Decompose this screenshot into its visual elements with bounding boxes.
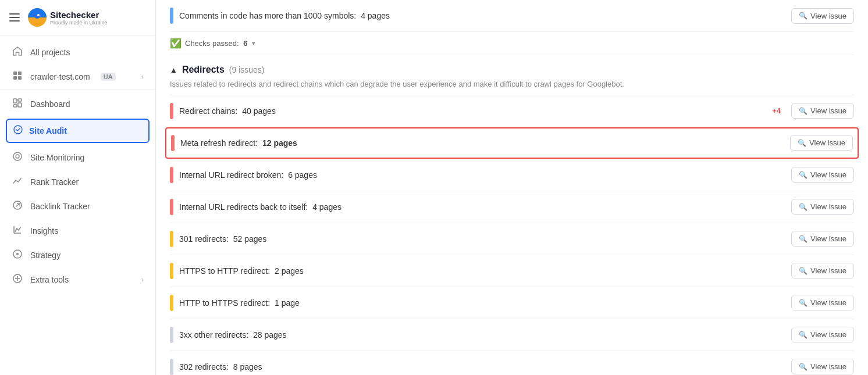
issue-text-internal-itself: Internal URL redirects back to itself: 4… <box>179 202 785 212</box>
chevron-right-icon: › <box>141 73 144 81</box>
redirects-section-header: ▲ Redirects (9 issues) <box>170 55 854 78</box>
hamburger-menu-icon[interactable] <box>9 13 20 22</box>
view-issue-button-redirect-chains[interactable]: 🔍 View issue <box>791 103 854 119</box>
section-collapse-icon[interactable]: ▲ <box>170 66 177 74</box>
svg-rect-3 <box>13 72 17 75</box>
section-title-redirects: Redirects <box>182 65 225 75</box>
logo: Sitechecker Proudly made in Ukraine <box>28 8 108 27</box>
main-content: Comments in code has more than 1000 symb… <box>156 0 868 375</box>
caret-down-icon: ▾ <box>252 40 255 47</box>
svg-rect-10 <box>13 105 17 107</box>
sidebar-item-label: Site Audit <box>29 126 67 135</box>
view-issue-button-302[interactable]: 🔍 View issue <box>791 359 854 374</box>
sidebar-item-strategy[interactable]: Strategy <box>0 243 155 267</box>
sidebar-item-site-audit[interactable]: Site Audit <box>6 119 150 143</box>
view-issue-button-https-http[interactable]: 🔍 View issue <box>791 263 854 278</box>
issue-text-redirect-chains: Redirect chains: 40 pages <box>179 106 766 116</box>
view-issue-button-internal-broken[interactable]: 🔍 View issue <box>791 167 854 183</box>
section-issues-count: (9 issues) <box>229 65 265 74</box>
sidebar-item-label: Backlink Tracker <box>30 202 90 211</box>
monitoring-icon <box>12 151 23 164</box>
logo-icon <box>28 8 47 27</box>
issue-row-3xx: 3xx other redirects: 28 pages 🔍 View iss… <box>170 319 854 351</box>
issue-text-302: 302 redirects: 8 pages <box>179 362 785 372</box>
issue-row-meta-refresh-highlighted: Meta refresh redirect: 12 pages 🔍 View i… <box>165 127 859 159</box>
svg-rect-9 <box>18 103 22 107</box>
checks-passed-top[interactable]: ✅ Checks passed: 6 ▾ <box>170 32 854 55</box>
indicator-gray <box>170 327 173 343</box>
search-icon: 🔍 <box>799 299 807 307</box>
sidebar-item-dashboard[interactable]: Dashboard <box>0 92 155 116</box>
sidebar: Sitechecker Proudly made in Ukraine All … <box>0 0 156 375</box>
indicator-yellow <box>170 263 173 279</box>
search-icon: 🔍 <box>799 12 807 20</box>
sidebar-item-crawler-test[interactable]: crawler-test.com UA › <box>0 65 155 90</box>
view-issue-button-meta-refresh[interactable]: 🔍 View issue <box>790 135 853 151</box>
logo-subtitle: Proudly made in Ukraine <box>50 20 108 26</box>
site-audit-icon <box>13 124 23 137</box>
extra-tools-icon <box>12 273 23 286</box>
sidebar-item-insights[interactable]: Insights <box>0 219 155 243</box>
issue-row-redirect-chains: Redirect chains: 40 pages +4 🔍 View issu… <box>170 95 854 127</box>
insights-icon <box>12 224 23 237</box>
issue-row-internal-url-itself: Internal URL redirects back to itself: 4… <box>170 191 854 223</box>
sidebar-item-all-projects[interactable]: All projects <box>0 40 155 65</box>
indicator-red <box>170 167 173 183</box>
redirects-description: Issues related to redirects and redirect… <box>170 78 854 95</box>
svg-rect-8 <box>18 99 22 101</box>
issue-extra-badge: +4 <box>772 106 781 115</box>
view-issue-button-http-https[interactable]: 🔍 View issue <box>791 295 854 310</box>
issue-text-meta-refresh: Meta refresh redirect: 12 pages <box>180 138 784 148</box>
dashboard-icon <box>12 98 23 110</box>
issue-text-301: 301 redirects: 52 pages <box>179 234 785 244</box>
view-issue-button-3xx[interactable]: 🔍 View issue <box>791 327 854 342</box>
sidebar-item-rank-tracker[interactable]: Rank Tracker <box>0 170 155 194</box>
search-icon: 🔍 <box>799 267 807 275</box>
svg-rect-6 <box>18 76 22 80</box>
sidebar-item-label: Rank Tracker <box>30 177 79 187</box>
ua-badge: UA <box>101 73 116 81</box>
sidebar-header: Sitechecker Proudly made in Ukraine <box>0 0 155 35</box>
indicator-gray <box>170 359 173 375</box>
search-icon: 🔍 <box>799 331 807 339</box>
indicator-red <box>171 135 175 151</box>
indicator-blue <box>170 8 173 24</box>
view-issue-button-comments[interactable]: 🔍 View issue <box>791 8 854 24</box>
svg-rect-4 <box>18 72 22 75</box>
sidebar-item-label: Site Monitoring <box>30 153 84 162</box>
issue-row-https-http: HTTPS to HTTP redirect: 2 pages 🔍 View i… <box>170 255 854 287</box>
grid-icon <box>12 70 23 83</box>
logo-title: Sitechecker <box>50 10 108 20</box>
content-wrapper: Comments in code has more than 1000 symb… <box>156 0 868 375</box>
issue-row-301: 301 redirects: 52 pages 🔍 View issue <box>170 223 854 255</box>
sidebar-item-label: crawler-test.com <box>30 72 90 81</box>
home-icon <box>12 46 23 59</box>
sidebar-item-label: Insights <box>30 226 58 235</box>
search-icon: 🔍 <box>799 171 807 179</box>
sidebar-item-backlink-tracker[interactable]: Backlink Tracker <box>0 194 155 219</box>
view-issue-button-301[interactable]: 🔍 View issue <box>791 231 854 247</box>
indicator-yellow <box>170 295 173 311</box>
indicator-red <box>170 103 173 119</box>
svg-point-13 <box>16 155 19 158</box>
search-icon: 🔍 <box>799 107 807 115</box>
chevron-right-icon: › <box>141 276 144 284</box>
sidebar-navigation: All projects crawler-test.com UA › <box>0 35 155 375</box>
search-icon: 🔍 <box>798 139 806 147</box>
issue-text-http-https: HTTP to HTTPS redirect: 1 page <box>179 298 785 308</box>
sidebar-item-extra-tools[interactable]: Extra tools › <box>0 267 155 292</box>
sidebar-item-label: Extra tools <box>30 275 69 284</box>
sidebar-item-label: Dashboard <box>30 99 70 109</box>
issue-text-comments: Comments in code has more than 1000 symb… <box>179 11 785 20</box>
issue-text-https-http: HTTPS to HTTP redirect: 2 pages <box>179 266 785 276</box>
svg-rect-5 <box>13 76 17 80</box>
sidebar-item-site-monitoring[interactable]: Site Monitoring <box>0 145 155 170</box>
checks-passed-label: Checks passed: 6 <box>185 39 247 48</box>
search-icon: 🔍 <box>799 235 807 243</box>
issue-text-internal-broken: Internal URL redirect broken: 6 pages <box>179 170 785 180</box>
check-circle-icon: ✅ <box>170 38 182 49</box>
svg-point-16 <box>16 253 19 255</box>
view-issue-button-internal-itself[interactable]: 🔍 View issue <box>791 199 854 215</box>
issue-row-http-https: HTTP to HTTPS redirect: 1 page 🔍 View is… <box>170 287 854 319</box>
issue-row-comments: Comments in code has more than 1000 symb… <box>170 0 854 32</box>
